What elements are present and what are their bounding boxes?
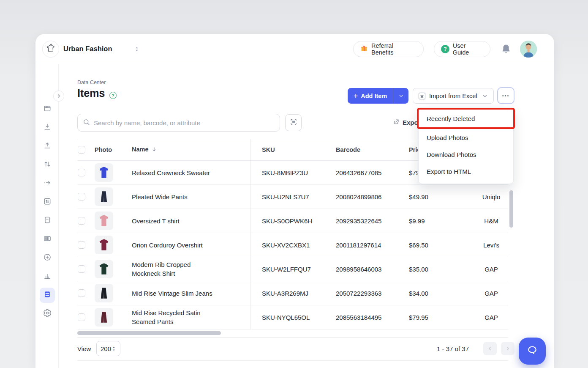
sort-desc-icon[interactable] xyxy=(151,146,157,154)
page-size-value: 200 xyxy=(101,345,111,352)
page-help-icon[interactable]: ? xyxy=(109,92,117,99)
page-size-select[interactable]: 200 xyxy=(96,341,120,356)
sidebar-item-add-circle[interactable] xyxy=(40,250,55,266)
item-photo[interactable] xyxy=(95,260,113,278)
row-checkbox[interactable] xyxy=(78,289,85,297)
notifications-bell-icon[interactable] xyxy=(501,44,511,55)
sidebar-item-stocktake[interactable] xyxy=(40,195,55,210)
item-brand: GAP xyxy=(460,314,523,321)
view-label: View xyxy=(77,345,91,352)
table-row[interactable]: Pleated Wide PantsSKU-U2NLS7U72008024899… xyxy=(77,185,508,209)
plus-icon: + xyxy=(354,92,358,100)
item-sku: SKU-NYQL65OL xyxy=(262,314,310,321)
sidebar-item-purchase-box[interactable] xyxy=(40,102,55,117)
referral-benefits-button[interactable]: Referral Benefits xyxy=(353,41,424,57)
add-item-label: Add Item xyxy=(361,93,387,99)
reports-icon xyxy=(43,272,52,282)
add-item-split-button: + Add Item xyxy=(348,88,408,104)
item-photo[interactable] xyxy=(95,163,113,182)
item-photo[interactable] xyxy=(95,308,113,327)
user-avatar[interactable] xyxy=(520,41,537,58)
row-checkbox[interactable] xyxy=(78,265,85,273)
row-checkbox[interactable] xyxy=(78,169,85,176)
item-price: $34.00 xyxy=(409,290,428,297)
sidebar-item-transfer[interactable] xyxy=(40,157,55,173)
item-photo[interactable] xyxy=(95,187,113,206)
item-sku: SKU-8MBIPZ3U xyxy=(262,169,308,176)
next-page-button[interactable] xyxy=(501,342,514,355)
purchase-box-icon xyxy=(43,104,52,114)
item-photo[interactable] xyxy=(95,236,113,254)
prev-page-button[interactable] xyxy=(483,342,497,355)
sidebar-item-data-center[interactable] xyxy=(40,288,55,303)
table-row[interactable]: Orion Corduroy OvershirtSKU-XV2CXBX12001… xyxy=(77,233,508,257)
table-body: Relaxed Crewneck SweaterSKU-8MBIPZ3U2064… xyxy=(77,161,508,330)
download-icon xyxy=(43,123,52,133)
sidebar xyxy=(35,64,59,368)
sidebar-item-download[interactable] xyxy=(40,120,55,135)
sidebar-item-upload[interactable] xyxy=(40,139,55,154)
row-checkbox[interactable] xyxy=(78,217,85,225)
item-price: $79.95 xyxy=(409,314,428,321)
transfer-icon xyxy=(43,160,52,170)
search-box xyxy=(77,114,280,132)
header-barcode[interactable]: Barcode xyxy=(336,146,360,153)
item-brand: GAP xyxy=(460,290,523,297)
menu-item-upload-photos[interactable]: Upload Photos xyxy=(419,129,513,146)
item-barcode: 2085563184495 xyxy=(336,314,381,321)
item-sku: SKU-W2LFFQU7 xyxy=(262,266,311,273)
app-window: Urban Fashion Referral Benefits ? User G xyxy=(35,34,554,368)
sidebar-item-barcode[interactable] xyxy=(40,232,55,247)
select-all-checkbox[interactable] xyxy=(78,146,85,154)
item-photo[interactable] xyxy=(95,284,113,302)
divider xyxy=(77,360,508,361)
company-switcher-icon[interactable] xyxy=(133,46,140,52)
item-barcode: 2050722293363 xyxy=(336,290,381,297)
item-sku: SKU-A3R269MJ xyxy=(262,290,308,297)
import-from-excel-button[interactable]: Import from Excel xyxy=(413,88,494,104)
question-icon: ? xyxy=(441,45,449,53)
excel-icon xyxy=(419,93,425,99)
user-guide-button[interactable]: ? User Guide xyxy=(434,41,490,57)
menu-item-recently-deleted[interactable]: Recently Deleted xyxy=(419,110,513,127)
sidebar-item-reports[interactable] xyxy=(40,269,55,284)
sidebar-nav xyxy=(39,102,55,321)
item-price: $35.00 xyxy=(409,266,428,273)
horizontal-scrollbar[interactable] xyxy=(77,331,221,335)
item-barcode: 2092935322645 xyxy=(336,217,381,225)
menu-item-download-photos[interactable]: Download Photos xyxy=(419,146,513,163)
import-excel-label: Import from Excel xyxy=(429,93,478,99)
gift-icon xyxy=(360,45,368,54)
chevron-down-icon xyxy=(482,93,488,99)
item-barcode: 2064326677085 xyxy=(336,169,381,176)
chat-widget-button[interactable] xyxy=(519,338,546,365)
row-checkbox[interactable] xyxy=(78,193,85,200)
row-checkbox[interactable] xyxy=(78,241,85,249)
sidebar-item-settings[interactable] xyxy=(40,306,55,321)
more-actions-button[interactable]: ••• xyxy=(497,87,514,104)
item-name: Oversized T shirt xyxy=(132,217,216,225)
sidebar-item-document[interactable] xyxy=(40,213,55,228)
add-item-button[interactable]: + Add Item xyxy=(348,88,393,104)
barcode-scan-button[interactable] xyxy=(285,114,302,131)
vertical-scrollbar[interactable] xyxy=(509,190,513,228)
row-checkbox[interactable] xyxy=(78,313,85,321)
sidebar-item-transfer-out[interactable] xyxy=(40,176,55,191)
search-input[interactable] xyxy=(94,119,275,126)
header-sku[interactable]: SKU xyxy=(262,146,275,153)
table-row[interactable]: Mid Rise Recycled Satin Seamed PantsSKU-… xyxy=(77,305,508,330)
header-name[interactable]: Name xyxy=(132,146,157,154)
item-photo[interactable] xyxy=(95,211,113,230)
table-row[interactable]: Oversized T shirtSKU-S0OPWK6H20929353226… xyxy=(77,209,508,233)
item-sku: SKU-XV2CXBX1 xyxy=(262,242,310,249)
upload-icon xyxy=(43,141,52,151)
settings-icon xyxy=(43,309,52,319)
menu-item-export-to-html[interactable]: Export to HTML xyxy=(419,163,513,180)
screen: Urban Fashion Referral Benefits ? User G xyxy=(0,0,588,368)
stocktake-icon xyxy=(43,197,52,207)
add-item-dropdown-button[interactable] xyxy=(393,88,408,104)
table-row[interactable]: Modern Rib Cropped Mockneck ShirtSKU-W2L… xyxy=(77,257,508,281)
sidebar-expand-button[interactable] xyxy=(53,91,64,102)
table-row[interactable]: Mid Rise Vintage Slim JeansSKU-A3R269MJ2… xyxy=(77,281,508,305)
more-menu: Recently DeletedUpload PhotosDownload Ph… xyxy=(418,107,514,184)
